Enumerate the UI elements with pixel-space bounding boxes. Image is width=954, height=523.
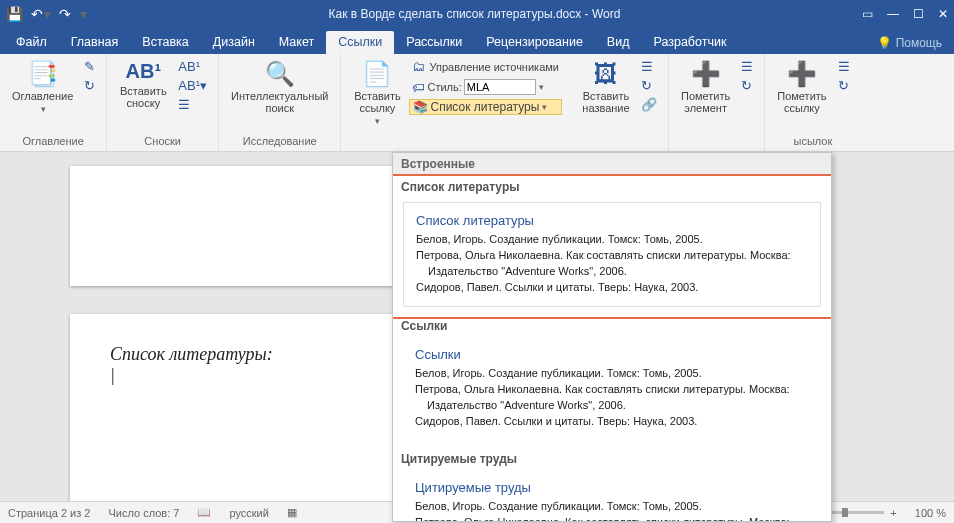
gallery-section-bibliography: Список литературы	[393, 176, 831, 196]
bib-entry: Белов, Игорь. Создание публикации. Томск…	[416, 232, 808, 246]
mark-citation-button[interactable]: ➕ Пометить ссылку	[773, 58, 830, 116]
tab-layout[interactable]: Макет	[267, 31, 326, 54]
style-icon: 🏷	[412, 80, 425, 95]
caption-icon: 🖼	[594, 60, 618, 88]
insert-endnote-button[interactable]: AB¹	[175, 58, 210, 75]
update-toc-button[interactable]: ↻	[81, 77, 98, 94]
tab-file[interactable]: Файл	[4, 31, 59, 54]
gallery-item-bibliography[interactable]: Список литературы Белов, Игорь. Создание…	[403, 202, 821, 307]
gallery-item-title: Список литературы	[416, 213, 808, 228]
bib-entry: Сидоров, Павел. Ссылки и цитаты. Тверь: …	[416, 280, 808, 294]
chevron-down-icon: ▾	[542, 102, 547, 112]
bibliography-style-select[interactable]: 🏷 Стиль: ▾	[409, 78, 561, 96]
close-icon[interactable]: ✕	[938, 7, 948, 21]
ribbon-tabs: Файл Главная Вставка Дизайн Макет Ссылки…	[0, 28, 954, 54]
tab-design[interactable]: Дизайн	[201, 31, 267, 54]
refresh-icon: ↻	[838, 78, 849, 93]
gallery-header: Встроенные	[393, 153, 831, 176]
search-icon: 🔍	[265, 60, 295, 88]
gallery-item-works-cited[interactable]: Цитируемые труды Белов, Игорь. Создание …	[403, 476, 821, 522]
group-label-captions	[578, 133, 660, 149]
insert-citation-button[interactable]: 📄 Вставить ссылку ▾	[349, 58, 405, 128]
style-value-input[interactable]	[464, 79, 536, 95]
insert-index-button[interactable]: ☰	[738, 58, 756, 75]
chevron-down-icon: ▾	[539, 82, 544, 92]
bib-entry: Белов, Игорь. Создание публикации. Томск…	[415, 499, 809, 513]
chevron-down-icon: ▾	[375, 116, 380, 126]
group-label-footnotes: Сноски	[115, 133, 210, 149]
tof-icon: ☰	[641, 59, 653, 74]
bibliography-gallery: Встроенные Список литературы Список лите…	[392, 152, 832, 522]
maximize-icon[interactable]: ☐	[913, 7, 924, 21]
minimize-icon[interactable]: —	[887, 7, 899, 21]
bibliography-icon: 📚	[413, 100, 428, 114]
status-spellcheck-icon[interactable]: 📖	[197, 506, 211, 519]
document-area: Список литературы: | Встроенные Список л…	[0, 152, 954, 501]
mark-entry-button[interactable]: ➕ Пометить элемент	[677, 58, 734, 116]
bib-entry: Издательство "Adventure Works", 2006.	[415, 398, 809, 412]
update-tof-button[interactable]: ↻	[638, 77, 660, 94]
status-macro-icon[interactable]: ▦	[287, 506, 297, 519]
status-language[interactable]: русский	[229, 507, 268, 519]
ribbon-display-icon[interactable]: ▭	[862, 7, 873, 21]
status-page[interactable]: Страница 2 из 2	[8, 507, 90, 519]
insert-toa-button[interactable]: ☰	[835, 58, 853, 75]
mark-citation-icon: ➕	[787, 60, 817, 88]
next-footnote-icon: AB¹▾	[178, 78, 207, 93]
tab-view[interactable]: Вид	[595, 31, 642, 54]
crossref-icon: 🔗	[641, 97, 657, 112]
manage-sources-button[interactable]: 🗂 Управление источниками	[409, 58, 561, 75]
gallery-section-works-cited: Цитируемые труды	[393, 450, 831, 470]
tell-me[interactable]: 💡 Помощь	[869, 36, 950, 54]
zoom-in-icon[interactable]: +	[890, 507, 896, 519]
insert-tof-button[interactable]: ☰	[638, 58, 660, 75]
smart-lookup-button[interactable]: 🔍 Интеллектуальный поиск	[227, 58, 332, 116]
endnote-icon: AB¹	[178, 59, 200, 74]
update-toa-button[interactable]: ↻	[835, 77, 853, 94]
tab-home[interactable]: Главная	[59, 31, 131, 54]
bib-entry: Петрова, Ольга Николаевна. Как составлят…	[415, 382, 809, 396]
citation-icon: 📄	[362, 60, 392, 88]
show-notes-icon: ☰	[178, 97, 190, 112]
index-icon: ☰	[741, 59, 753, 74]
window-title: Как в Ворде сделать список литературы.do…	[87, 7, 862, 21]
manage-sources-icon: 🗂	[412, 59, 425, 74]
insert-footnote-button[interactable]: AB¹ Вставить сноску	[115, 58, 171, 111]
redo-icon[interactable]: ↷	[59, 6, 71, 22]
toc-icon: 📑	[28, 60, 58, 88]
save-icon[interactable]: 💾	[6, 6, 23, 22]
update-index-button[interactable]: ↻	[738, 77, 756, 94]
toc-button[interactable]: 📑 Оглавление ▾	[8, 58, 77, 116]
titlebar: 💾 ↶▾ ↷ ▾ Как в Ворде сделать список лите…	[0, 0, 954, 28]
bib-entry: Белов, Игорь. Создание публикации. Томск…	[415, 366, 809, 380]
group-label-research: Исследование	[227, 133, 332, 149]
add-text-button[interactable]: ✎	[81, 58, 98, 75]
lightbulb-icon: 💡	[877, 36, 892, 50]
refresh-icon: ↻	[741, 78, 752, 93]
group-label-citations	[349, 133, 561, 149]
tab-insert[interactable]: Вставка	[130, 31, 200, 54]
refresh-icon: ↻	[641, 78, 652, 93]
zoom-level[interactable]: 100 %	[915, 507, 946, 519]
bibliography-gallery-button[interactable]: 📚 Список литературы ▾	[409, 99, 561, 115]
bib-entry: Петрова, Ольга Николаевна. Как составлят…	[415, 515, 809, 522]
tab-mailings[interactable]: Рассылки	[394, 31, 474, 54]
gallery-item-title: Цитируемые труды	[415, 480, 809, 495]
undo-icon[interactable]: ↶▾	[31, 6, 51, 22]
footnote-icon: AB¹	[126, 60, 162, 83]
bib-entry: Петрова, Ольга Николаевна. Как составлят…	[416, 248, 808, 262]
group-label-toc: Оглавление	[8, 133, 98, 149]
tab-review[interactable]: Рецензирование	[474, 31, 595, 54]
bib-entry: Сидоров, Павел. Ссылки и цитаты. Тверь: …	[415, 414, 809, 428]
show-notes-button[interactable]: ☰	[175, 96, 210, 113]
mark-entry-icon: ➕	[691, 60, 721, 88]
qat-customize-icon[interactable]: ▾	[80, 6, 87, 22]
insert-caption-button[interactable]: 🖼 Вставить название	[578, 58, 634, 116]
next-footnote-button[interactable]: AB¹▾	[175, 77, 210, 94]
status-word-count[interactable]: Число слов: 7	[108, 507, 179, 519]
gallery-item-references[interactable]: Ссылки Белов, Игорь. Создание публикации…	[403, 343, 821, 440]
tab-references[interactable]: Ссылки	[326, 31, 394, 54]
chevron-down-icon: ▾	[41, 104, 46, 114]
tab-developer[interactable]: Разработчик	[641, 31, 738, 54]
cross-ref-button[interactable]: 🔗	[638, 96, 660, 113]
